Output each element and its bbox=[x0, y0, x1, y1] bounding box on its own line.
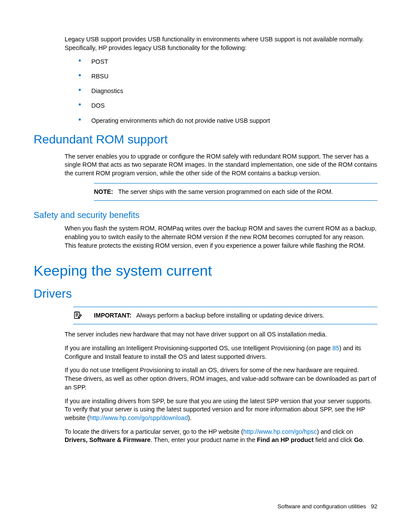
drivers-p2: If you are installing an Intelligent Pro… bbox=[65, 344, 377, 361]
safety-paragraph: When you flash the system ROM, ROMPaq wr… bbox=[65, 224, 377, 250]
text-fragment: To locate the drivers for a particular s… bbox=[65, 428, 243, 435]
drivers-p3: If you do not use Intelligent Provisioni… bbox=[65, 366, 377, 392]
note-callout: NOTE: The server ships with the same ver… bbox=[94, 183, 377, 201]
heading-redundant-rom: Redundant ROM support bbox=[34, 133, 377, 146]
footer-page-number: 92 bbox=[371, 503, 377, 510]
text-fragment: . bbox=[363, 436, 364, 443]
page-ref-link[interactable]: 85 bbox=[333, 345, 339, 352]
drivers-p4: If you are installing drivers from SPP, … bbox=[65, 397, 377, 423]
intro-list: POST RBSU Diagnostics DOS Operating envi… bbox=[78, 57, 377, 124]
text-fragment: . Then, enter your product name in the bbox=[150, 436, 257, 443]
bold-text: Go bbox=[354, 436, 363, 443]
note-text: The server ships with the same version p… bbox=[118, 188, 333, 195]
list-item: Diagnostics bbox=[78, 87, 377, 95]
intro-paragraph: Legacy USB support provides USB function… bbox=[65, 35, 377, 52]
list-item: Operating environments which do not prov… bbox=[78, 116, 377, 125]
redundant-paragraph: The server enables you to upgrade or con… bbox=[65, 152, 377, 178]
text-fragment: field and click bbox=[314, 436, 354, 443]
notepad-pencil-icon bbox=[73, 311, 84, 321]
drivers-p5: To locate the drivers for a particular s… bbox=[65, 428, 377, 445]
important-callout: IMPORTANT: Always perform a backup befor… bbox=[73, 307, 377, 325]
page-footer: Software and configuration utilities 92 bbox=[277, 503, 377, 510]
heading-safety-security: Safety and security benefits bbox=[34, 210, 377, 220]
heading-drivers: Drivers bbox=[34, 287, 377, 301]
text-fragment: ) and click on bbox=[317, 428, 353, 435]
important-label: IMPORTANT: bbox=[94, 312, 131, 319]
drivers-p1: The server includes new hardware that ma… bbox=[65, 330, 377, 339]
hp-spp-link[interactable]: http://www.hp.com/go/spp/download bbox=[89, 414, 188, 421]
list-item: DOS bbox=[78, 101, 377, 110]
bold-text: Find an HP product bbox=[257, 436, 314, 443]
heading-keeping-system-current: Keeping the system current bbox=[34, 262, 377, 279]
bold-text: Drivers, Software & Firmware bbox=[65, 436, 150, 443]
footer-section: Software and configuration utilities bbox=[277, 503, 366, 510]
text-fragment: ). bbox=[188, 414, 192, 421]
text-fragment: If you are installing an Intelligent Pro… bbox=[65, 345, 333, 352]
list-item: RBSU bbox=[78, 72, 377, 81]
document-page: Legacy USB support provides USB function… bbox=[0, 0, 411, 532]
important-text: Always perform a backup before installin… bbox=[136, 312, 324, 319]
list-item: POST bbox=[78, 57, 377, 66]
note-label: NOTE: bbox=[94, 188, 113, 195]
hp-hpsc-link[interactable]: http://www.hp.com/go/hpsc bbox=[243, 428, 317, 435]
